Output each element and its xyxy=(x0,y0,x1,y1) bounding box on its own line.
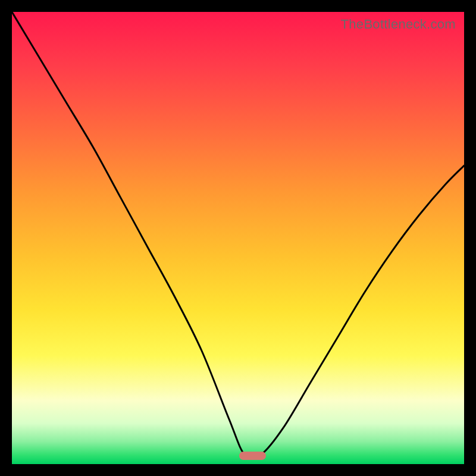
chart-gradient-background: TheBottleneck.com xyxy=(12,12,464,464)
chart-frame: TheBottleneck.com xyxy=(6,6,470,470)
watermark-text: TheBottleneck.com xyxy=(341,17,456,32)
optimal-point-marker xyxy=(239,452,267,460)
bottleneck-curve xyxy=(12,12,464,464)
